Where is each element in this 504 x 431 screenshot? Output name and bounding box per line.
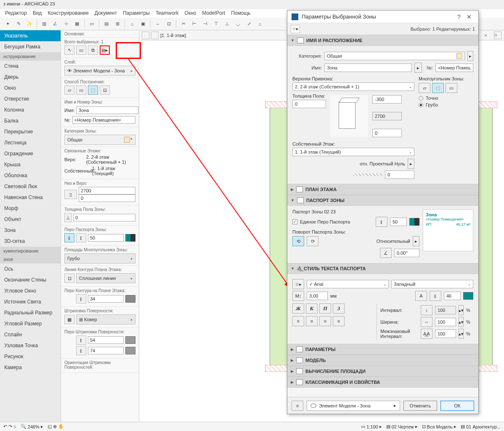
script-dropdown[interactable]: Западный⌄ <box>391 280 473 288</box>
name-arrow[interactable]: ▸ <box>414 63 422 73</box>
unipen-check[interactable]: ✓ <box>292 219 297 224</box>
tab-nav-icon[interactable]: ⌂ <box>494 32 501 39</box>
tool-angdim[interactable]: Угловой Размер <box>0 318 61 329</box>
ib-sppen[interactable] <box>88 234 124 242</box>
tool-reno-icon[interactable]: ⌂ <box>127 19 137 29</box>
poly-mode-3[interactable]: ▭ <box>446 83 457 93</box>
close-button[interactable]: ✕ <box>464 13 474 20</box>
sb-layers[interactable]: ▤ 01 Архитектур... <box>461 424 501 429</box>
sb-zoom[interactable]: 🔍 246% ▸ <box>21 424 43 429</box>
zero-input[interactable] <box>385 170 414 179</box>
tool-window[interactable]: Окно <box>0 82 61 93</box>
rot-input[interactable] <box>394 249 419 257</box>
ib-link-icon[interactable]: ⧉ <box>88 45 98 55</box>
align-r[interactable]: ≡ <box>319 316 331 326</box>
tool-slab[interactable]: Перекрытие <box>0 126 61 137</box>
ib-sp-2[interactable]: ⫿ <box>76 233 86 242</box>
tool-morph[interactable]: Морф <box>0 203 61 214</box>
poly-rough-radio[interactable] <box>419 103 423 107</box>
toplink-dropdown[interactable]: 2. 2-й этаж (Собственный + 1)⌄ <box>292 82 414 91</box>
tab-close-icon[interactable]: × <box>482 33 490 38</box>
sb-view[interactable]: ▤ 02 Чертеж ▸ <box>386 424 418 429</box>
ib-hp2[interactable] <box>88 347 124 354</box>
width-step[interactable]: ▴▾ <box>459 317 464 327</box>
tool-wall[interactable]: Стена <box>0 61 61 72</box>
kern-input[interactable] <box>435 330 456 338</box>
tool-split-icon[interactable]: ⊣ <box>200 19 210 29</box>
ib-olpen-sw[interactable] <box>125 295 135 303</box>
tool-fil-icon[interactable]: ◡ <box>233 19 243 29</box>
tool-shell[interactable]: Оболочка <box>0 170 61 181</box>
sb-scale[interactable]: ▭ 1:100 ▸ <box>361 424 382 429</box>
offset-top-input[interactable] <box>372 95 402 104</box>
tool-opening[interactable]: Отверстие <box>0 93 61 104</box>
tab-icon-2[interactable] <box>151 32 159 39</box>
tool-ruler-icon[interactable]: ▥ <box>39 19 49 29</box>
menu-document[interactable]: Документ <box>95 10 117 17</box>
tool-door[interactable]: Дверь <box>0 72 61 82</box>
panel-textstyle[interactable]: ▼ᵢA͟СТИЛЬ ТЕКСТА ПАСПОРТА <box>287 263 478 274</box>
unipen-input[interactable] <box>390 218 407 226</box>
ib-ol-icon[interactable]: ⊡ <box>64 274 74 283</box>
ib-top-val[interactable]: 2. 2-й этаж (Собственный + 1) <box>86 154 135 165</box>
ib-sel-icon[interactable]: ▭ <box>76 45 86 55</box>
tool-stair[interactable]: Лестница <box>0 137 61 148</box>
zero-arrow[interactable]: ▸ <box>408 159 414 169</box>
rot-mode-1[interactable]: ⟲ <box>292 236 304 246</box>
ib-name-input[interactable] <box>76 106 138 114</box>
ib-hp1[interactable] <box>88 336 124 344</box>
panel-zonestamp[interactable]: ▼ПАСПОРТ ЗОНЫ <box>287 195 478 206</box>
tool-adj-icon[interactable]: ⊤ <box>211 19 221 29</box>
panel-floorplan[interactable]: ▶ПЛАН ЭТАЖА <box>287 184 478 195</box>
tool-arrow[interactable]: Указатель <box>0 30 61 41</box>
textpen-input[interactable] <box>444 292 461 300</box>
font-dropdown[interactable]: ✓ Arial⌄ <box>307 280 389 288</box>
sb-model[interactable]: ⊡ Вся Модель ▸ <box>422 424 456 429</box>
ib-hbot[interactable] <box>79 194 135 202</box>
tool-wallend[interactable]: Окончание Стены <box>0 274 61 285</box>
size-input[interactable] <box>307 292 328 300</box>
ib-htop[interactable] <box>79 187 135 194</box>
tool-spline[interactable]: Сплайн <box>0 329 61 340</box>
italic-btn[interactable]: К <box>306 303 318 314</box>
tool-hotspot[interactable]: Узловая Точка <box>0 340 61 351</box>
tool-grid-icon[interactable]: ▦ <box>72 19 82 29</box>
menu-design[interactable]: Конструирование <box>48 10 88 17</box>
ib-sp-1[interactable]: ⫿ <box>64 233 74 242</box>
tool-pick-icon[interactable]: ✦ <box>3 19 13 29</box>
tool-marquee[interactable]: Бегущая Рамка <box>0 41 61 52</box>
cancel-button[interactable]: Отменить <box>403 401 437 411</box>
panel-name-location[interactable]: ▼ИМЯ И РАСПОЛОЖЕНИЕ <box>287 35 478 46</box>
menu-teamwork[interactable]: Teamwork <box>156 10 179 17</box>
ib-num-input[interactable] <box>72 116 135 124</box>
panel-model[interactable]: ▶МОДЕЛЬ <box>287 355 478 366</box>
ib-arrow-icon[interactable]: ↖ <box>64 45 74 55</box>
tool-eyedrop-icon[interactable]: ✎ <box>13 19 24 29</box>
tool-grid-elem[interactable]: Ось <box>0 263 61 274</box>
tool-roof[interactable]: Крыша <box>0 159 61 170</box>
ib-method-1[interactable]: ▱ <box>64 85 74 95</box>
menu-window[interactable]: Окно <box>185 10 196 17</box>
ib-method-4[interactable]: ⊡ <box>100 85 110 95</box>
ib-hp2-sw[interactable] <box>125 347 135 354</box>
tool-trim-icon[interactable]: ⊢ <box>189 19 199 29</box>
tool-cut-icon[interactable]: ✂ <box>178 19 188 29</box>
tool-drawing[interactable]: Рисунок <box>0 351 61 362</box>
ok-button[interactable]: ОК <box>440 401 474 411</box>
ib-cat-drop[interactable]: Общая▸ <box>64 135 135 145</box>
poly-exact-radio[interactable] <box>419 96 423 101</box>
ib-h-drop[interactable]: ⊞ Ковер▸ <box>76 314 135 325</box>
under-btn[interactable]: П <box>319 303 331 314</box>
foot-layer-icon[interactable]: ≡ <box>292 401 303 411</box>
num-input[interactable] <box>435 64 473 72</box>
sb-nav[interactable]: ↶ ↷ ⌂ <box>3 424 16 429</box>
tool-curtain[interactable]: Навесная Стена <box>0 192 61 203</box>
tab-icon-1[interactable] <box>142 32 149 39</box>
tool-int-icon[interactable]: ⊥ <box>222 19 232 29</box>
ib-method-3[interactable]: ⬚ <box>88 85 98 95</box>
panel-calc[interactable]: ▶ВЫЧИСЛЕНИЕ ПЛОЩАДИ <box>287 366 478 377</box>
textpen-sw[interactable] <box>463 292 473 300</box>
tool-res-icon[interactable]: ⤢ <box>244 19 254 29</box>
tool-skylight[interactable]: Световой Люк <box>0 181 61 192</box>
panel-class[interactable]: ▶КЛАССИФИКАЦИЯ И СВОЙСТВА <box>287 377 478 388</box>
